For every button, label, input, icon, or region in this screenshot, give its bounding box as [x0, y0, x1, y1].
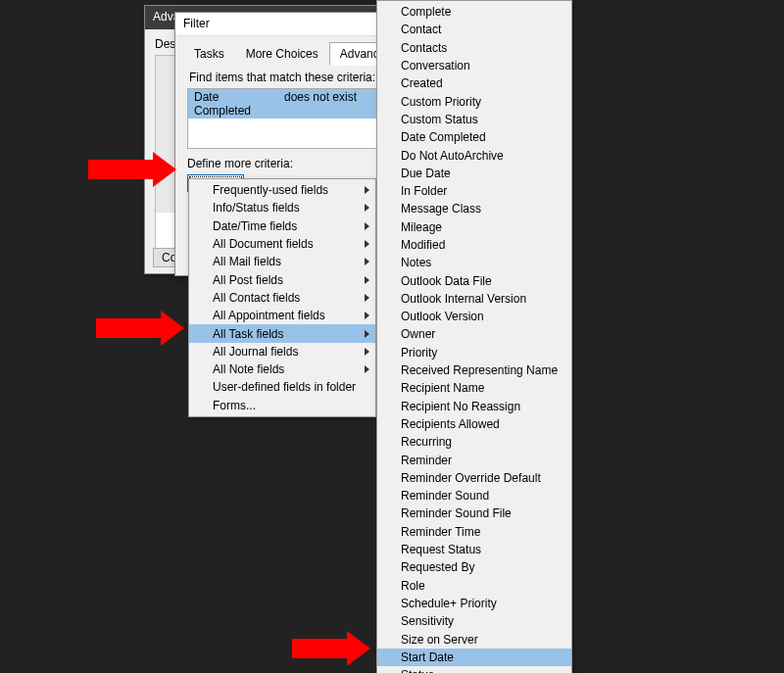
field-item-date-completed[interactable]: Date Completed — [377, 128, 571, 146]
menu-item-label: All Note fields — [213, 362, 284, 376]
field-item-custom-status[interactable]: Custom Status — [377, 111, 571, 128]
menu-item-label: All Appointment fields — [213, 309, 325, 322]
field-item-priority[interactable]: Priority — [377, 344, 571, 361]
field-item-recipients-allowed[interactable]: Recipients Allowed — [377, 415, 571, 433]
chevron-right-icon — [365, 312, 369, 319]
annotation-arrow-1 — [88, 152, 176, 187]
field-item-reminder-sound-file[interactable]: Reminder Sound File — [377, 505, 571, 522]
chevron-right-icon — [365, 258, 369, 265]
field-item-role[interactable]: Role — [377, 577, 571, 595]
menu-item-label: All Mail fields — [213, 255, 281, 268]
menu-item-forms[interactable]: Forms... — [189, 397, 375, 414]
field-item-reminder-sound[interactable]: Reminder Sound — [377, 487, 571, 505]
field-item-outlook-data-file[interactable]: Outlook Data File — [377, 271, 571, 289]
menu-item-all-mail-fields[interactable]: All Mail fields — [189, 253, 375, 270]
task-fields-submenu: CompleteContactContactsConversationCreat… — [376, 0, 572, 673]
chevron-right-icon — [365, 348, 369, 356]
field-item-recipient-no-reassign[interactable]: Recipient No Reassign — [377, 398, 571, 415]
menu-item-label: All Contact fields — [213, 291, 300, 305]
menu-item-label: All Document fields — [213, 237, 314, 251]
menu-item-all-post-fields[interactable]: All Post fields — [189, 270, 375, 288]
tab-tasks[interactable]: Tasks — [183, 42, 235, 66]
field-item-schedule-priority[interactable]: Schedule+ Priority — [377, 595, 571, 612]
chevron-right-icon — [365, 294, 369, 302]
field-item-start-date[interactable]: Start Date — [377, 649, 571, 666]
menu-item-all-document-fields[interactable]: All Document fields — [189, 235, 375, 253]
field-item-contact[interactable]: Contact — [377, 21, 571, 38]
field-item-received-representing-name[interactable]: Received Representing Name — [377, 361, 571, 379]
menu-item-all-note-fields[interactable]: All Note fields — [189, 361, 375, 378]
field-item-notes[interactable]: Notes — [377, 254, 571, 271]
menu-item-label: Date/Time fields — [213, 219, 297, 233]
field-item-sensitivity[interactable]: Sensitivity — [377, 612, 571, 630]
field-item-custom-priority[interactable]: Custom Priority — [377, 92, 571, 110]
menu-item-all-appointment-fields[interactable]: All Appointment fields — [189, 307, 375, 324]
menu-item-frequently-used-fields[interactable]: Frequently-used fields — [189, 181, 375, 199]
field-item-request-status[interactable]: Request Status — [377, 541, 571, 558]
chevron-right-icon — [365, 365, 369, 373]
menu-item-user-defined-fields-in-folder[interactable]: User-defined fields in folder — [189, 378, 375, 396]
menu-item-label: Info/Status fields — [213, 201, 300, 215]
menu-item-info-status-fields[interactable]: Info/Status fields — [189, 199, 375, 216]
menu-item-label: All Journal fields — [213, 345, 298, 359]
chevron-right-icon — [365, 204, 369, 212]
chevron-right-icon — [365, 186, 369, 194]
field-item-complete[interactable]: Complete — [377, 3, 571, 21]
criteria-field: Date Completed — [188, 89, 278, 119]
chevron-right-icon — [365, 276, 369, 284]
menu-item-label: All Task fields — [213, 327, 283, 341]
menu-item-label: All Post fields — [213, 273, 283, 287]
field-item-recipient-name[interactable]: Recipient Name — [377, 379, 571, 397]
field-item-requested-by[interactable]: Requested By — [377, 558, 571, 576]
field-item-due-date[interactable]: Due Date — [377, 165, 571, 182]
menu-item-all-contact-fields[interactable]: All Contact fields — [189, 289, 375, 307]
field-item-status[interactable]: Status — [377, 666, 571, 673]
criteria-condition: does not exist — [278, 89, 363, 119]
field-item-reminder-override-default[interactable]: Reminder Override Default — [377, 469, 571, 487]
field-item-modified[interactable]: Modified — [377, 236, 571, 254]
field-item-mileage[interactable]: Mileage — [377, 218, 571, 236]
menu-item-label: User-defined fields in folder — [213, 380, 356, 394]
menu-item-label: Forms... — [213, 399, 256, 412]
annotation-arrow-3 — [292, 631, 370, 666]
field-item-in-folder[interactable]: In Folder — [377, 182, 571, 200]
chevron-right-icon — [365, 222, 369, 230]
field-item-size-on-server[interactable]: Size on Server — [377, 630, 571, 648]
field-item-outlook-internal-version[interactable]: Outlook Internal Version — [377, 290, 571, 308]
field-item-recurring[interactable]: Recurring — [377, 433, 571, 451]
field-item-reminder[interactable]: Reminder — [377, 451, 571, 468]
menu-item-all-journal-fields[interactable]: All Journal fields — [189, 343, 375, 361]
annotation-arrow-2 — [96, 311, 184, 346]
field-item-message-class[interactable]: Message Class — [377, 200, 571, 217]
field-item-created[interactable]: Created — [377, 74, 571, 92]
field-item-conversation[interactable]: Conversation — [377, 57, 571, 74]
menu-item-all-task-fields[interactable]: All Task fields — [189, 324, 375, 342]
menu-item-label: Frequently-used fields — [213, 183, 328, 197]
menu-item-date-time-fields[interactable]: Date/Time fields — [189, 217, 375, 235]
field-item-outlook-version[interactable]: Outlook Version — [377, 308, 571, 325]
chevron-right-icon — [365, 240, 369, 248]
field-item-reminder-time[interactable]: Reminder Time — [377, 523, 571, 541]
field-item-owner[interactable]: Owner — [377, 325, 571, 343]
field-item-do-not-autoarchive[interactable]: Do Not AutoArchive — [377, 146, 571, 164]
field-item-contacts[interactable]: Contacts — [377, 39, 571, 57]
field-category-menu: Frequently-used fieldsInfo/Status fields… — [188, 178, 376, 417]
chevron-right-icon — [365, 330, 369, 338]
tab-more-choices[interactable]: More Choices — [235, 42, 329, 66]
